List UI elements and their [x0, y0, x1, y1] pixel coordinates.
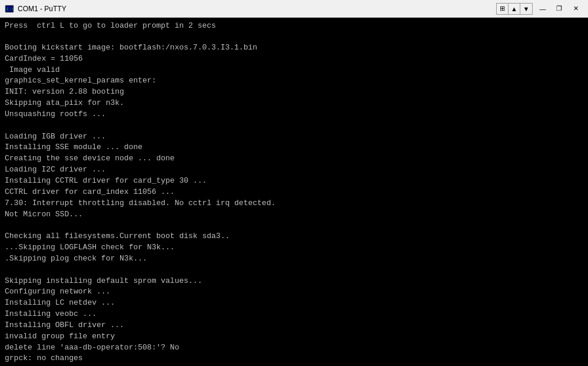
scroll-down-button[interactable]: ▼ [520, 4, 532, 14]
title-bar: C:\ COM1 - PuTTY ⊞ ▲ ▼ — ❐ ✕ [0, 0, 588, 18]
terminal-window[interactable]: Press ctrl L to go to loader prompt in 2… [0, 18, 588, 366]
scroll-up-button[interactable]: ▲ [509, 4, 520, 14]
window-button-group[interactable]: ⊞ ▲ ▼ [496, 3, 533, 15]
title-bar-controls: ⊞ ▲ ▼ — ❐ ✕ [496, 3, 583, 15]
restore-button[interactable]: ❐ [552, 3, 567, 15]
status-line: Press ctrl L to go to loader prompt in 2… [5, 21, 583, 30]
terminal-icon: C:\ [5, 4, 14, 14]
minimize-button[interactable]: — [535, 3, 550, 15]
svg-text:C:\: C:\ [6, 7, 14, 12]
window-title: COM1 - PuTTY [18, 5, 67, 13]
grid-button[interactable]: ⊞ [497, 4, 509, 14]
terminal-content: Booting kickstart image: bootflash:/nxos… [5, 31, 583, 366]
title-bar-left: C:\ COM1 - PuTTY [5, 4, 67, 14]
close-button[interactable]: ✕ [568, 3, 583, 15]
